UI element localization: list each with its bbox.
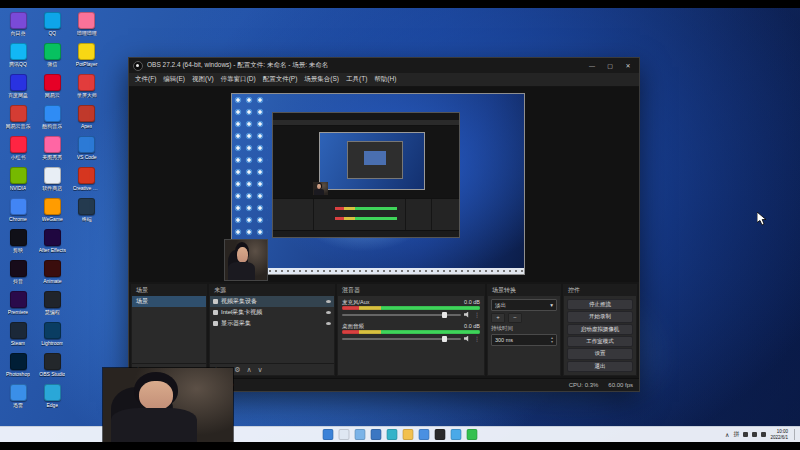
spin-down-icon[interactable]: ▾ [551,340,553,344]
sources-toolbar-button[interactable]: ∨ [258,366,263,373]
menu-item[interactable]: 帮助(H) [374,75,396,84]
source-item[interactable]: 视频采集设备 [210,296,334,307]
control-button[interactable]: 开始录制 [567,311,633,322]
spinner-arrows[interactable]: ▴ ▾ [551,336,553,344]
desktop-icon[interactable]: 终端 [73,198,101,229]
visibility-eye-icon[interactable] [326,322,331,325]
slider-track[interactable] [342,314,461,316]
desktop-icon[interactable]: After Effects [38,229,66,260]
control-button[interactable]: 退出 [567,361,633,372]
taskbar-app-icon[interactable] [323,429,334,440]
close-button[interactable]: ✕ [621,62,635,69]
control-button[interactable]: 设置 [567,348,633,359]
desktop-icon[interactable]: 迅雷 [4,384,32,415]
desktop-icon[interactable]: 腾讯QQ [4,43,32,74]
desktop-icon[interactable]: 酷狗音乐 [38,105,66,136]
desktop-icon[interactable]: Edge [38,384,66,415]
taskbar-app-icon[interactable] [451,429,462,440]
menu-item[interactable]: 编辑(E) [163,75,185,84]
desktop-icon[interactable]: QQ [38,12,66,43]
channel-menu-icon[interactable]: ⋮ [474,311,480,318]
desktop-icon[interactable]: 慧编程 [38,291,66,322]
clock[interactable]: 10:00 2022/6/1 [770,429,788,439]
speaker-icon[interactable] [464,312,471,318]
desktop-icon[interactable]: VS Code [73,136,101,167]
add-transition-button[interactable]: + [491,313,505,323]
volume-slider[interactable]: ⋮ [342,310,480,319]
show-desktop-button[interactable] [794,429,797,440]
desktop-icon[interactable]: NVIDIA [4,167,32,198]
desktop-icon[interactable]: Chrome [4,198,32,229]
visibility-eye-icon[interactable] [326,300,331,303]
desktop-icon[interactable]: 哔哩哔哩 [73,12,101,43]
menu-item[interactable]: 文件(F) [135,75,156,84]
sources-toolbar-button[interactable]: ∧ [246,366,251,373]
desktop-icon-label: Animate [43,278,61,284]
desktop-icon[interactable]: 网易云音乐 [4,105,32,136]
source-item[interactable]: Intel采集卡视频 [210,307,334,318]
control-button[interactable]: 工作室模式 [567,336,633,347]
display-capture-source[interactable] [231,93,525,275]
desktop-icon[interactable]: PotPlayer [73,43,101,74]
control-button[interactable]: 停止推流 [567,299,633,310]
fps-counter: 60.00 fps [608,382,633,388]
webcam-source-in-preview[interactable] [224,239,268,281]
desktop-icon[interactable]: 软件商店 [38,167,66,198]
desktop-icon[interactable]: WeGame [38,198,66,229]
slider-knob[interactable] [442,312,447,318]
tray-chevron-icon[interactable]: ∧ [725,431,729,438]
taskbar-app-icon[interactable] [355,429,366,440]
desktop-icon[interactable]: 剪映 [4,229,32,260]
slider-track[interactable] [342,338,461,340]
volume-slider[interactable]: ⋮ [342,334,480,343]
desktop-icon[interactable]: Steam [4,322,32,353]
obs-preview-canvas[interactable] [129,87,639,282]
channel-menu-icon[interactable]: ⋮ [474,335,480,342]
taskbar-app-icon[interactable] [339,429,350,440]
desktop-icon[interactable]: 抖音 [4,260,32,291]
volume-icon[interactable] [752,432,757,437]
desktop-icon[interactable]: OBS Studio [38,353,66,384]
minimize-button[interactable]: — [585,63,599,69]
speaker-icon[interactable] [464,336,471,342]
taskbar-app-icon[interactable] [467,429,478,440]
remove-transition-button[interactable]: − [508,313,522,323]
battery-icon[interactable] [761,432,766,437]
taskbar-app-icon[interactable] [403,429,414,440]
transition-dropdown[interactable]: 淡出 ▾ [491,299,557,311]
desktop-icon[interactable]: Apex [73,105,101,136]
app-icon [44,74,61,91]
desktop-icon[interactable]: 微信 [38,43,66,74]
menu-item[interactable]: 场景集合(S) [304,75,339,84]
desktop-icon[interactable]: Creative Cloud [73,167,101,198]
menu-item[interactable]: 配置文件(P) [263,75,298,84]
desktop-icon[interactable]: 百度网盘 [4,74,32,105]
desktop-icon[interactable]: 向日葵 [4,12,32,43]
sources-toolbar-button[interactable]: ⚙ [234,366,240,373]
source-item[interactable]: 显示器采集 [210,318,334,329]
duration-spinbox[interactable]: 300 ms ▴ ▾ [491,334,557,346]
desktop-icon[interactable]: Lightroom [38,322,66,353]
obs-titlebar[interactable]: OBS 27.2.4 (64-bit, windows) - 配置文件: 未命名… [129,58,639,73]
scene-item[interactable]: 场景 [132,296,206,307]
menu-item[interactable]: 视图(V) [192,75,214,84]
control-button[interactable]: 启动虚拟摄像机 [567,324,633,335]
taskbar-app-icon[interactable] [435,429,446,440]
menu-item[interactable]: 工具(T) [346,75,367,84]
taskbar-app-icon[interactable] [387,429,398,440]
desktop-icon[interactable]: 录屏大师 [73,74,101,105]
visibility-eye-icon[interactable] [326,311,331,314]
slider-knob[interactable] [442,336,447,342]
ime-indicator[interactable]: 拼 [733,430,739,439]
maximize-button[interactable]: ▢ [603,62,617,69]
taskbar-app-icon[interactable] [371,429,382,440]
desktop-icon[interactable]: Animate [38,260,66,291]
desktop-icon[interactable]: 小红书 [4,136,32,167]
desktop-icon[interactable]: 网易云 [38,74,66,105]
menu-item[interactable]: 停靠窗口(D) [221,75,256,84]
taskbar-app-icon[interactable] [419,429,430,440]
desktop-icon[interactable]: 美图秀秀 [38,136,66,167]
network-icon[interactable] [743,432,748,437]
desktop-icon[interactable]: Photoshop [4,353,32,384]
desktop-icon[interactable]: Premiere [4,291,32,322]
